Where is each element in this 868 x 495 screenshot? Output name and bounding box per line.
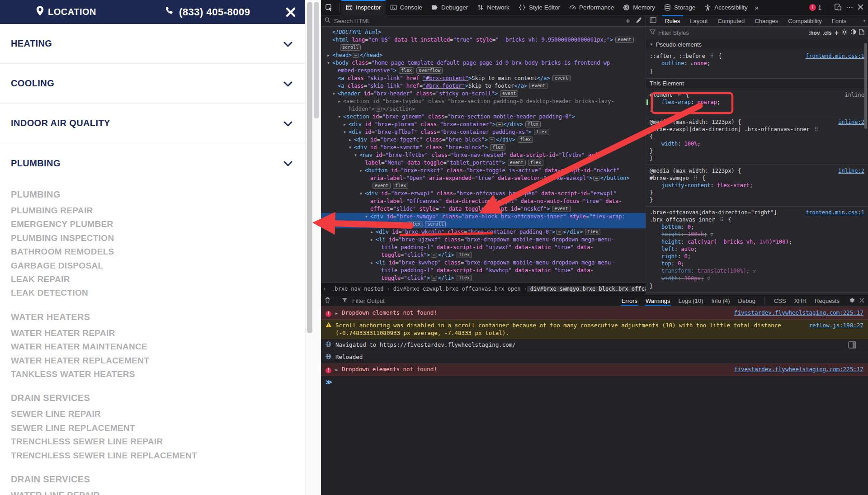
event-badge[interactable]: event: [373, 183, 391, 189]
tab-layout[interactable]: Layout: [685, 15, 712, 26]
console-filter-css[interactable]: CSS: [770, 296, 790, 306]
tab-computed[interactable]: Computed: [712, 15, 750, 26]
console-filter-requests[interactable]: Requests: [811, 296, 843, 306]
close-devtools-icon[interactable]: [858, 4, 863, 11]
markup-row[interactable]: label="Menu" data-toggle="tablet_portrai…: [321, 159, 646, 167]
declaration[interactable]: height: calc(var(--bricks-vh, 1vh)*100);: [661, 239, 792, 245]
tab-style-editor[interactable]: Style Editor: [514, 0, 565, 15]
markup-row[interactable]: ▼<body class="home page-template-default…: [321, 59, 646, 67]
menu-link[interactable]: WATER LINE REPAIR: [11, 489, 305, 495]
tab-console[interactable]: Console: [386, 0, 427, 15]
tab-accessibility[interactable]: Accessibility: [700, 0, 752, 15]
menu-link[interactable]: LEAK DETECTION: [11, 286, 305, 300]
print-simulation-icon[interactable]: [859, 29, 864, 37]
flex-badge[interactable]: flex: [393, 183, 408, 189]
location-button[interactable]: LOCATION: [36, 6, 96, 18]
markup-row[interactable]: ▼<div id="brxe-svmctm" class="brxe-block…: [321, 144, 646, 151]
collapse-arrow-icon[interactable]: ▼: [349, 144, 354, 151]
inactive-filter-icon[interactable]: ▽: [753, 268, 756, 275]
console-sidebar-toggle-icon[interactable]: [848, 341, 856, 349]
console-filter-info[interactable]: Info (4): [708, 296, 733, 306]
close-console-filterbar-icon[interactable]: [859, 297, 864, 304]
source-location-link[interactable]: reflow.js:198:27: [800, 321, 863, 329]
markup-row[interactable]: ▶<button id="brxe-ncskcf" class="brxe-to…: [321, 167, 646, 174]
inline-expander-icon[interactable]: ⋯: [496, 122, 502, 127]
tab-rules[interactable]: Rules: [660, 15, 685, 26]
menu-link[interactable]: PLUMBING INSPECTION: [11, 231, 305, 245]
flex-badge[interactable]: flex: [528, 160, 543, 166]
collapse-arrow-icon[interactable]: ▼: [354, 151, 359, 159]
rule-line[interactable]: right: 0;: [650, 253, 864, 260]
menu-link[interactable]: SEWER LINE REPAIR: [11, 407, 305, 421]
breadcrumb-item[interactable]: div#brxe-swmqyo.brxe-block.brx-offcanvas…: [527, 286, 646, 292]
breadcrumb-item[interactable]: .brxe-nav-nested: [328, 286, 387, 292]
flex-badge[interactable]: flex: [457, 252, 472, 258]
flex-badge[interactable]: flex: [585, 229, 600, 235]
tab-debugger[interactable]: Debugger: [427, 0, 472, 15]
declaration[interactable]: justify-content: flex-start;: [661, 182, 753, 189]
event-badge[interactable]: event: [500, 90, 518, 97]
menu-scrollbar-thumb[interactable]: [307, 2, 312, 333]
add-rule-button[interactable]: +: [835, 29, 839, 37]
node-picker-icon[interactable]: [321, 4, 337, 11]
accordion-item-plumbing[interactable]: PLUMBING: [0, 143, 305, 183]
expand-arrow-icon[interactable]: ▶: [338, 98, 343, 105]
markup-row[interactable]: eventflex: [321, 182, 646, 190]
breadcrumb-item[interactable]: div#brxe-ezwxpl.brxe-offcanvas.brx-open: [390, 286, 524, 292]
declaration[interactable]: height: 100vh;: [661, 231, 707, 237]
collapse-arrow-icon[interactable]: ▼: [365, 213, 370, 221]
accordion-item-heating[interactable]: HEATING: [0, 24, 305, 64]
flex-badge[interactable]: flex: [399, 67, 414, 74]
declaration[interactable]: right: 0;: [661, 253, 691, 259]
markup-row[interactable]: ▼<nav id="brxe-lfvtbv" class="brxe-nav-n…: [321, 151, 646, 159]
search-html-input[interactable]: [333, 17, 623, 25]
menu-link[interactable]: TRENCHLESS SEWER LINE REPAIR: [11, 435, 305, 448]
markup-row[interactable]: ▶<div id="brxe-fpqzfc" class="brxe-block…: [321, 136, 646, 144]
event-badge[interactable]: event: [552, 206, 570, 212]
expand-arrow-icon[interactable]: ▶: [371, 228, 376, 236]
filter-styles-placeholder[interactable]: Filter Styles: [658, 29, 689, 37]
rule-line[interactable]: left: auto;: [650, 245, 864, 253]
stylesheet-link[interactable]: inline:2: [838, 167, 864, 174]
console-filter-debug[interactable]: Debug: [735, 296, 759, 306]
event-badge[interactable]: event: [508, 160, 526, 166]
rule-line[interactable]: height: 100vh;▽: [650, 231, 864, 238]
console-filter-input[interactable]: [351, 297, 451, 305]
flex-badge[interactable]: flex: [518, 137, 533, 143]
menu-link[interactable]: GARBAGE DISPOSAL: [11, 259, 305, 273]
tab-inspector[interactable]: Inspector: [341, 0, 386, 15]
stylesheet-link[interactable]: frontend.min.css:1: [806, 209, 864, 216]
markup-row[interactable]: ▼<div id="brxe-qflbuf" class="brxe-conta…: [321, 128, 646, 136]
markup-row[interactable]: hidden">⋯</section>: [321, 105, 646, 113]
source-location-link[interactable]: fivestardev.flywheelstaging.com:225:17: [725, 309, 863, 316]
markup-row[interactable]: ▼<header id="brx-header" class="sticky o…: [321, 90, 646, 98]
declaration[interactable]: top: 0;: [661, 260, 684, 267]
rules-scrollbar-thumb[interactable]: [864, 43, 867, 129]
console-filter-xhr[interactable]: XHR: [791, 296, 810, 306]
flex-badge[interactable]: flex: [457, 275, 472, 281]
markup-row[interactable]: ▼<div id="brxe-swmqyo" class="brxe-block…: [321, 213, 646, 221]
tab-performance[interactable]: Performance: [565, 0, 618, 15]
tab-network[interactable]: Network: [472, 0, 514, 15]
markup-row[interactable]: ▶<li id="brxe-kwvhcp" class="brxe-dropdo…: [321, 259, 646, 267]
tab-fonts[interactable]: Fonts: [827, 15, 852, 26]
toggle-cls-button[interactable]: .cls: [823, 29, 832, 37]
inline-expander-icon[interactable]: ⋯: [431, 253, 437, 258]
markup-row[interactable]: <html lang="en-US" data-lt-installed="tr…: [321, 36, 646, 44]
expand-arrow-icon[interactable]: ▶: [360, 167, 365, 174]
accordion-item-cooling[interactable]: COOLING: [0, 64, 305, 104]
markup-row[interactable]: <!DOCTYPE html>: [321, 28, 646, 36]
rule-line[interactable]: width: 100%;: [650, 140, 864, 147]
expand-arrow-icon[interactable]: ▶: [344, 121, 349, 128]
expand-message-icon[interactable]: ▶: [335, 365, 342, 374]
breadcrumb-back-icon[interactable]: ‹: [321, 286, 328, 292]
more-tabs-button[interactable]: »: [752, 4, 761, 11]
markup-row[interactable]: ▼<div id="brxe-ezwxpl" class="brxe-offca…: [321, 190, 646, 198]
collapse-arrow-icon[interactable]: ▼: [360, 190, 365, 198]
rule-line[interactable]: transform: translate(100%);▽: [650, 267, 864, 275]
declaration[interactable]: transform: translate(100%);: [661, 268, 750, 274]
markup-row[interactable]: title padding-l" data-script-id="kwvhcp"…: [321, 267, 646, 274]
rule-line[interactable]: width: 300px;▽: [650, 275, 864, 283]
expand-arrow-icon[interactable]: ▶: [371, 236, 376, 244]
menu-link[interactable]: WATER HEATER REPLACEMENT: [11, 354, 305, 368]
